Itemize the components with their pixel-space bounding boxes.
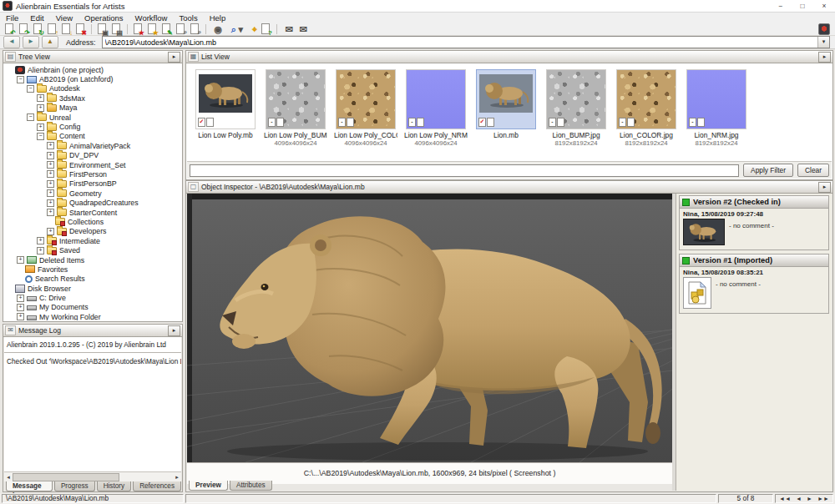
search-icon[interactable]: ⌖ <box>245 23 259 35</box>
next-item-button[interactable]: ► <box>807 495 812 502</box>
expand-icon[interactable]: + <box>17 313 24 320</box>
export-icon[interactable]: ★ <box>145 23 159 35</box>
apply-filter-button[interactable]: Apply Filter <box>743 164 793 177</box>
expand-icon[interactable]: + <box>17 295 24 302</box>
tree-item[interactable]: +Saved <box>37 245 181 255</box>
tree-item[interactable]: +StarterContent <box>47 208 181 217</box>
expand-icon[interactable]: + <box>47 180 54 188</box>
file-thumbnail[interactable]: - Lion Low Poly_COLO... 4096x4096x24 <box>334 69 397 163</box>
address-dropdown-icon[interactable]: ▾ <box>817 37 829 48</box>
horizontal-scrollbar[interactable]: ◂ ▸ <box>4 471 181 481</box>
close-button[interactable]: × <box>813 0 835 12</box>
previous-item-button[interactable]: ◄ <box>796 495 802 502</box>
tree-item[interactable]: +Deleted Items <box>17 255 181 265</box>
expand-icon[interactable]: + <box>37 104 44 112</box>
panel-menu-button[interactable]: ▸ <box>818 182 831 193</box>
last-item-button[interactable]: ►► <box>817 495 829 502</box>
scrollbar-thumb[interactable] <box>13 473 119 481</box>
compare-icon[interactable]: ⌕ <box>188 23 202 35</box>
tree-item[interactable]: Alienbrain (one project) <box>7 65 181 74</box>
tree-item[interactable]: +QuadrapedCreatures <box>47 198 181 207</box>
tab-message-log[interactable]: Message Log <box>6 481 53 491</box>
paste-icon[interactable]: ▤ <box>109 23 124 35</box>
copy-icon[interactable]: ▣ <box>95 23 109 35</box>
version-entry[interactable]: Version #2 (Checked in) Nina, 15/08/2019… <box>679 195 829 250</box>
expand-icon[interactable]: + <box>17 256 24 264</box>
expand-icon[interactable]: + <box>47 152 54 159</box>
first-item-button[interactable]: ◄◄ <box>779 495 791 502</box>
menu-help[interactable]: Help <box>204 13 232 23</box>
3d-object-file-icon[interactable] <box>683 277 711 309</box>
panel-menu-button[interactable]: ▸ <box>168 52 180 63</box>
delete-icon[interactable]: ✖ <box>73 23 88 35</box>
expand-icon[interactable]: + <box>17 304 24 311</box>
tab-history[interactable]: History <box>97 481 131 491</box>
collapse-icon[interactable]: − <box>17 76 24 83</box>
collapse-icon[interactable]: − <box>27 85 34 93</box>
mail-settings-icon[interactable]: ✉ <box>295 23 309 35</box>
get-latest-icon[interactable]: ↓ <box>59 23 73 35</box>
menu-view[interactable]: View <box>50 13 78 23</box>
checkin-icon[interactable]: ↑ <box>45 23 59 35</box>
expand-icon[interactable]: + <box>37 237 44 244</box>
back-button[interactable]: ◄ <box>3 36 20 48</box>
find-in-files-icon[interactable]: ⌕ <box>174 23 188 35</box>
tree-item[interactable]: +FirstPerson <box>47 169 181 179</box>
expand-icon[interactable]: + <box>47 189 54 197</box>
tree-item[interactable]: +DV_DPV <box>47 151 181 160</box>
tree-item[interactable]: +3dsMax <box>37 93 181 103</box>
edit-icon[interactable]: ✎ <box>159 23 174 35</box>
tree-item[interactable]: Collections <box>47 217 181 226</box>
expand-icon[interactable]: + <box>47 228 54 235</box>
sync-icon[interactable]: ↻ <box>31 23 45 35</box>
version-entry[interactable]: Version #1 (Imported) Nina, 15/08/2019 0… <box>679 254 829 314</box>
tree-item[interactable]: +My Working Folder <box>17 312 181 320</box>
zoom-caret-icon[interactable]: ▾ <box>238 23 245 35</box>
file-thumbnail[interactable]: - Lion Low Poly_BUMP... 4096x4096x24 <box>264 69 327 163</box>
mail-icon[interactable]: ✉ <box>281 23 295 35</box>
minimize-button[interactable]: − <box>770 0 792 12</box>
address-input[interactable] <box>103 38 817 47</box>
tree-item[interactable]: +Config <box>37 122 181 131</box>
tree-item[interactable]: +Environment_Set <box>47 160 181 169</box>
forward-button[interactable]: ► <box>23 36 39 48</box>
tree-item[interactable]: Disk Browser <box>7 284 181 293</box>
checkout-icon[interactable]: ↷ <box>17 23 31 35</box>
file-thumbnail[interactable]: - Lion_COLOR.jpg 8192x8192x24 <box>615 69 678 163</box>
version-thumbnail[interactable] <box>683 219 725 245</box>
zoom-icon[interactable]: ⌕ <box>224 23 238 35</box>
tree-item[interactable]: Favorites <box>17 265 181 274</box>
expand-icon[interactable]: + <box>37 94 44 102</box>
tab-attributes[interactable]: Attributes <box>230 481 272 491</box>
help-icon[interactable]: ? <box>259 23 273 35</box>
clear-filter-button[interactable]: Clear <box>797 164 829 177</box>
panel-menu-button[interactable]: ▸ <box>168 325 180 336</box>
tree-item[interactable]: +Maya <box>37 103 181 113</box>
collapse-icon[interactable]: − <box>27 113 34 121</box>
tree-item[interactable]: Search Results <box>17 275 181 284</box>
file-thumbnail[interactable]: ✓ Lion Low Poly.mb <box>194 69 257 163</box>
menu-file[interactable]: File <box>0 13 24 23</box>
file-thumbnail[interactable]: - Lion Low Poly_NRM.j... 4096x4096x24 <box>404 69 468 163</box>
file-thumbnail-selected[interactable]: ✓ Lion.mb <box>474 69 538 163</box>
3d-viewport[interactable] <box>187 194 672 462</box>
scroll-left-icon[interactable]: ◂ <box>4 473 13 481</box>
tree-item[interactable]: +My Documents <box>17 303 181 312</box>
expand-icon[interactable]: + <box>47 161 54 169</box>
up-folder-button[interactable]: ▲ <box>42 36 58 48</box>
tree-item[interactable]: +C: Drive <box>17 293 181 302</box>
expand-icon[interactable]: + <box>47 170 54 178</box>
expand-icon[interactable]: + <box>47 142 54 149</box>
filter-input[interactable] <box>190 164 739 177</box>
expand-icon[interactable]: + <box>37 123 44 131</box>
expand-icon[interactable]: + <box>37 247 44 255</box>
collapse-icon[interactable]: − <box>37 133 44 140</box>
maximize-button[interactable]: □ <box>792 0 813 12</box>
expand-icon[interactable]: + <box>47 209 54 216</box>
expand-icon[interactable]: + <box>47 199 54 207</box>
tab-progress[interactable]: Progress <box>54 481 95 491</box>
import-icon[interactable]: ★ <box>131 23 145 35</box>
menu-edit[interactable]: Edit <box>24 13 49 23</box>
tree-item[interactable]: +Intermediate <box>37 236 181 245</box>
menu-operations[interactable]: Operations <box>78 13 129 23</box>
